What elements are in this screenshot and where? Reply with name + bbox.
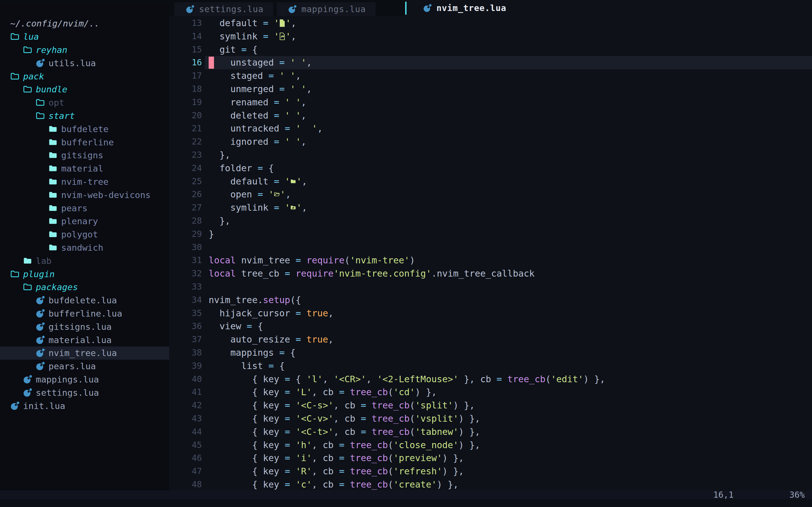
tree-item-nvim-tree[interactable]: nvim-tree — [0, 175, 169, 188]
code-editor[interactable]: 13 default = '',14 symlink = '',15 git =… — [169, 16, 812, 491]
code-line-18[interactable]: 18 unmerged = ' ', — [169, 82, 812, 96]
code-line-48[interactable]: 48 { key = 'c', cb = tree_cb('create') }… — [169, 478, 812, 491]
code-line-34[interactable]: 34nvim_tree.setup({ — [169, 293, 812, 307]
tree-item-pears-lua[interactable]: pears.lua — [0, 360, 169, 373]
code-text: folder = { — [209, 162, 274, 175]
tree-item-label: material.lua — [49, 335, 112, 345]
code-line-19[interactable]: 19 renamed = ' ', — [169, 96, 812, 109]
scroll-percentage: 36% — [790, 490, 805, 499]
folder-open-icon — [23, 84, 33, 94]
code-line-36[interactable]: 36 view = { — [169, 320, 812, 333]
code-line-45[interactable]: 45 { key = 'h', cb = tree_cb('close_node… — [169, 439, 812, 452]
line-number: 38 — [169, 346, 202, 359]
code-line-29[interactable]: 29} — [169, 228, 812, 241]
lua-file-icon — [36, 348, 45, 358]
code-line-39[interactable]: 39 list = { — [169, 359, 812, 373]
code-line-31[interactable]: 31local nvim_tree = require('nvim-tree') — [169, 254, 812, 267]
code-line-35[interactable]: 35 hijack_cursor = true, — [169, 307, 812, 320]
tree-item-bufferline-lua[interactable]: bufferline.lua — [0, 307, 169, 320]
code-line-40[interactable]: 40 { key = { 'l', '<CR>', '<2-LeftMouse>… — [169, 373, 812, 386]
folder-open-icon — [36, 111, 45, 121]
tree-item-gitsigns-lua[interactable]: gitsigns.lua — [0, 320, 169, 333]
folder-open-icon — [274, 190, 280, 199]
folder-closed-icon — [48, 216, 58, 226]
lua-file-icon — [36, 295, 45, 305]
code-text: deleted = ' ', — [209, 109, 306, 122]
code-line-44[interactable]: 44 { key = '<C-t>', cb = tree_cb('tabnew… — [169, 425, 812, 439]
tree-item-mappings-lua[interactable]: mappings.lua — [0, 373, 169, 386]
command-line[interactable] — [0, 499, 812, 507]
code-line-15[interactable]: 15 git = { — [169, 43, 812, 56]
code-line-20[interactable]: 20 deleted = ' ', — [169, 109, 812, 122]
tree-item-bufdelete[interactable]: bufdelete — [0, 122, 169, 135]
tree-item-label: utils.lua — [49, 58, 96, 68]
code-line-46[interactable]: 46 { key = 'i', cb = tree_cb('preview') … — [169, 452, 812, 465]
line-number: 37 — [169, 333, 202, 346]
tree-item-label: reyhan — [36, 45, 67, 55]
line-number: 33 — [169, 280, 202, 293]
code-line-14[interactable]: 14 symlink = '', — [169, 30, 812, 43]
code-line-23[interactable]: 23 }, — [169, 149, 812, 162]
tab-label: mappings.lua — [301, 4, 366, 14]
tree-item-material[interactable]: material — [0, 162, 169, 175]
tree-item-bufdelete-lua[interactable]: bufdelete.lua — [0, 294, 169, 307]
tree-item-utils-lua[interactable]: utils.lua — [0, 56, 169, 69]
code-line-16[interactable]: 16 unstaged = ' ', — [169, 56, 812, 69]
code-text: symlink = '', — [209, 201, 307, 214]
tree-item-label: start — [49, 111, 75, 121]
code-line-25[interactable]: 25 default = '', — [169, 175, 812, 188]
code-line-17[interactable]: 17 staged = ' ', — [169, 69, 812, 82]
code-line-26[interactable]: 26 open = '', — [169, 188, 812, 201]
tree-item-plenary[interactable]: plenary — [0, 215, 169, 228]
tree-item-bufferline[interactable]: bufferline — [0, 135, 169, 149]
tree-item-nvim-tree-lua[interactable]: nvim_tree.lua — [0, 346, 169, 360]
tree-item-gitsigns[interactable]: gitsigns — [0, 149, 169, 162]
lua-file-icon — [36, 361, 45, 371]
code-line-43[interactable]: 43 { key = '<C-v>', cb = tree_cb('vsplit… — [169, 412, 812, 425]
tree-item-start[interactable]: start — [0, 109, 169, 122]
tree-item-lab[interactable]: lab — [0, 254, 169, 267]
tree-item-plugin[interactable]: plugin — [0, 267, 169, 281]
tree-item-reyhan[interactable]: reyhan — [0, 43, 169, 57]
tree-root-path[interactable]: ~/.config/nvim/.. — [0, 17, 169, 30]
line-number: 48 — [169, 478, 202, 491]
code-line-37[interactable]: 37 auto_resize = true, — [169, 333, 812, 346]
statusline: 16,1 36% — [0, 490, 812, 499]
tab-nvim_tree-lua[interactable]: nvim_tree.lua — [423, 3, 506, 13]
code-text: view = { — [209, 320, 263, 333]
tree-item-label: bundle — [36, 84, 67, 94]
tree-item-material-lua[interactable]: material.lua — [0, 333, 169, 346]
code-line-38[interactable]: 38 mappings = { — [169, 346, 812, 359]
tree-item-label: pears.lua — [49, 361, 96, 371]
code-line-24[interactable]: 24 folder = { — [169, 162, 812, 175]
tree-item-opt[interactable]: opt — [0, 96, 169, 109]
code-line-30[interactable]: 30 — [169, 241, 812, 254]
code-line-47[interactable]: 47 { key = 'R', cb = tree_cb('refresh') … — [169, 465, 812, 478]
tree-item-init-lua[interactable]: init.lua — [0, 399, 169, 412]
code-line-33[interactable]: 33 — [169, 280, 812, 293]
tree-item-nvim-web-devicons[interactable]: nvim-web-devicons — [0, 188, 169, 202]
code-line-32[interactable]: 32local tree_cb = require'nvim-tree.conf… — [169, 267, 812, 280]
tree-item-packages[interactable]: packages — [0, 281, 169, 294]
tree-item-settings-lua[interactable]: settings.lua — [0, 386, 169, 399]
tab-mappings-lua[interactable]: mappings.lua — [276, 2, 375, 16]
tab-settings-lua[interactable]: settings.lua — [174, 2, 273, 16]
code-line-41[interactable]: 41 { key = 'L', cb = tree_cb('cd') }, — [169, 386, 812, 399]
code-text: unstaged = ' ', — [209, 56, 312, 69]
folder-closed-icon — [48, 137, 58, 147]
code-line-21[interactable]: 21 untracked = ' ', — [169, 122, 812, 135]
tree-item-lua[interactable]: lua — [0, 30, 169, 43]
code-line-27[interactable]: 27 symlink = '', — [169, 201, 812, 214]
tree-item-label: lua — [23, 32, 39, 42]
tree-item-sandwich[interactable]: sandwich — [0, 241, 169, 255]
code-line-42[interactable]: 42 { key = '<C-s>', cb = tree_cb('split'… — [169, 399, 812, 412]
code-line-22[interactable]: 22 ignored = ' ', — [169, 135, 812, 149]
code-line-13[interactable]: 13 default = '', — [169, 17, 812, 30]
tree-item-pears[interactable]: pears — [0, 202, 169, 215]
tree-item-pack[interactable]: pack — [0, 69, 169, 83]
code-line-28[interactable]: 28 }, — [169, 214, 812, 228]
tree-item-polygot[interactable]: polygot — [0, 228, 169, 241]
folder-closed-icon — [48, 230, 58, 239]
tree-item-bundle[interactable]: bundle — [0, 83, 169, 96]
code-text: local nvim_tree = require('nvim-tree') — [209, 254, 415, 267]
